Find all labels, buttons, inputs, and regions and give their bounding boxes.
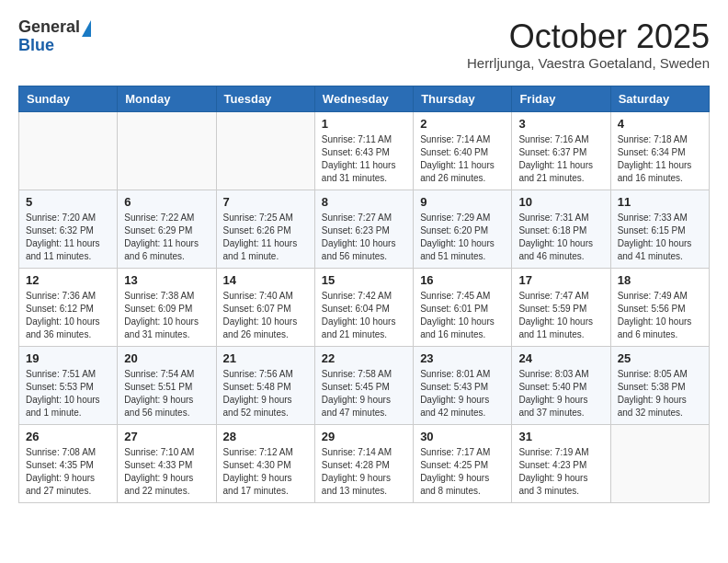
day-info: Sunrise: 7:42 AMSunset: 6:04 PMDaylight:… <box>322 290 406 341</box>
day-number: 30 <box>420 430 505 443</box>
calendar-cell <box>19 111 118 190</box>
calendar-cell: 20Sunrise: 7:54 AMSunset: 5:51 PMDayligh… <box>118 346 216 424</box>
day-info: Sunrise: 7:08 AMSunset: 4:35 PMDaylight:… <box>26 446 110 498</box>
calendar-cell: 30Sunrise: 7:17 AMSunset: 4:25 PMDayligh… <box>414 424 512 502</box>
weekday-header-thursday: Thursday <box>414 86 512 111</box>
calendar-cell: 26Sunrise: 7:08 AMSunset: 4:35 PMDayligh… <box>19 424 118 502</box>
day-number: 6 <box>124 195 209 209</box>
calendar-cell: 2Sunrise: 7:14 AMSunset: 6:40 PMDaylight… <box>414 111 512 190</box>
day-info: Sunrise: 7:51 AMSunset: 5:53 PMDaylight:… <box>26 368 110 419</box>
day-number: 9 <box>420 195 505 209</box>
calendar-cell: 10Sunrise: 7:31 AMSunset: 6:18 PMDayligh… <box>512 190 610 268</box>
calendar-cell: 16Sunrise: 7:45 AMSunset: 6:01 PMDayligh… <box>414 268 512 346</box>
day-info: Sunrise: 7:22 AMSunset: 6:29 PMDaylight:… <box>124 212 209 263</box>
day-info: Sunrise: 7:33 AMSunset: 6:15 PMDaylight:… <box>618 212 702 263</box>
calendar-cell: 21Sunrise: 7:56 AMSunset: 5:48 PMDayligh… <box>216 346 314 424</box>
logo-blue: Blue <box>18 36 54 54</box>
day-number: 24 <box>518 351 603 365</box>
calendar-cell: 15Sunrise: 7:42 AMSunset: 6:04 PMDayligh… <box>314 268 413 346</box>
day-number: 8 <box>322 195 406 209</box>
weekday-header-sunday: Sunday <box>19 86 118 111</box>
weekday-header-monday: Monday <box>118 86 216 111</box>
calendar-cell: 3Sunrise: 7:16 AMSunset: 6:37 PMDaylight… <box>512 111 610 190</box>
day-number: 21 <box>223 351 308 365</box>
weekday-header-tuesday: Tuesday <box>216 86 314 111</box>
calendar-cell: 23Sunrise: 8:01 AMSunset: 5:43 PMDayligh… <box>414 346 512 424</box>
calendar-cell: 27Sunrise: 7:10 AMSunset: 4:33 PMDayligh… <box>118 424 216 502</box>
page-header: General Blue October 2025 Herrljunga, Va… <box>18 18 710 71</box>
calendar-cell <box>216 111 314 190</box>
day-number: 16 <box>420 273 505 287</box>
calendar-cell: 1Sunrise: 7:11 AMSunset: 6:43 PMDaylight… <box>314 111 413 190</box>
calendar-cell: 4Sunrise: 7:18 AMSunset: 6:34 PMDaylight… <box>610 111 709 190</box>
calendar-cell <box>610 424 709 502</box>
day-number: 15 <box>322 273 406 287</box>
calendar-week-1: 1Sunrise: 7:11 AMSunset: 6:43 PMDaylight… <box>19 111 710 190</box>
day-info: Sunrise: 7:58 AMSunset: 5:45 PMDaylight:… <box>322 368 406 419</box>
day-number: 23 <box>420 351 505 365</box>
calendar-cell: 11Sunrise: 7:33 AMSunset: 6:15 PMDayligh… <box>610 190 709 268</box>
day-info: Sunrise: 7:38 AMSunset: 6:09 PMDaylight:… <box>124 290 209 341</box>
day-number: 11 <box>618 195 702 209</box>
calendar-cell: 28Sunrise: 7:12 AMSunset: 4:30 PMDayligh… <box>216 424 314 502</box>
day-number: 29 <box>322 430 406 443</box>
calendar-cell: 7Sunrise: 7:25 AMSunset: 6:26 PMDaylight… <box>216 190 314 268</box>
calendar-cell: 5Sunrise: 7:20 AMSunset: 6:32 PMDaylight… <box>19 190 118 268</box>
weekday-header-friday: Friday <box>512 86 610 111</box>
day-info: Sunrise: 7:40 AMSunset: 6:07 PMDaylight:… <box>223 290 308 341</box>
calendar-cell: 12Sunrise: 7:36 AMSunset: 6:12 PMDayligh… <box>19 268 118 346</box>
day-info: Sunrise: 7:11 AMSunset: 6:43 PMDaylight:… <box>322 133 406 185</box>
logo: General Blue <box>18 18 91 55</box>
day-info: Sunrise: 7:47 AMSunset: 5:59 PMDaylight:… <box>518 290 603 341</box>
day-info: Sunrise: 8:03 AMSunset: 5:40 PMDaylight:… <box>518 368 603 419</box>
calendar-cell: 13Sunrise: 7:38 AMSunset: 6:09 PMDayligh… <box>118 268 216 346</box>
day-number: 18 <box>618 273 702 287</box>
day-number: 7 <box>223 195 308 209</box>
day-info: Sunrise: 7:10 AMSunset: 4:33 PMDaylight:… <box>124 446 209 498</box>
calendar-cell: 19Sunrise: 7:51 AMSunset: 5:53 PMDayligh… <box>19 346 118 424</box>
day-info: Sunrise: 7:36 AMSunset: 6:12 PMDaylight:… <box>26 290 110 341</box>
day-number: 26 <box>26 430 110 443</box>
weekday-header-wednesday: Wednesday <box>314 86 413 111</box>
day-number: 28 <box>223 430 308 443</box>
calendar-cell: 31Sunrise: 7:19 AMSunset: 4:23 PMDayligh… <box>512 424 610 502</box>
month-title: October 2025 <box>467 18 710 55</box>
day-info: Sunrise: 7:12 AMSunset: 4:30 PMDaylight:… <box>223 446 308 498</box>
day-info: Sunrise: 8:01 AMSunset: 5:43 PMDaylight:… <box>420 368 505 419</box>
calendar-cell: 17Sunrise: 7:47 AMSunset: 5:59 PMDayligh… <box>512 268 610 346</box>
calendar-cell: 25Sunrise: 8:05 AMSunset: 5:38 PMDayligh… <box>610 346 709 424</box>
day-number: 22 <box>322 351 406 365</box>
day-info: Sunrise: 7:19 AMSunset: 4:23 PMDaylight:… <box>518 446 603 498</box>
day-info: Sunrise: 7:16 AMSunset: 6:37 PMDaylight:… <box>518 133 603 185</box>
weekday-header-row: SundayMondayTuesdayWednesdayThursdayFrid… <box>19 86 710 111</box>
day-number: 4 <box>618 117 702 131</box>
day-info: Sunrise: 7:25 AMSunset: 6:26 PMDaylight:… <box>223 212 308 263</box>
day-number: 2 <box>420 117 505 131</box>
day-info: Sunrise: 7:56 AMSunset: 5:48 PMDaylight:… <box>223 368 308 419</box>
calendar-cell: 29Sunrise: 7:14 AMSunset: 4:28 PMDayligh… <box>314 424 413 502</box>
calendar-cell: 6Sunrise: 7:22 AMSunset: 6:29 PMDaylight… <box>118 190 216 268</box>
calendar-cell: 14Sunrise: 7:40 AMSunset: 6:07 PMDayligh… <box>216 268 314 346</box>
day-info: Sunrise: 7:14 AMSunset: 4:28 PMDaylight:… <box>322 446 406 498</box>
day-info: Sunrise: 7:14 AMSunset: 6:40 PMDaylight:… <box>420 133 505 185</box>
calendar-cell: 18Sunrise: 7:49 AMSunset: 5:56 PMDayligh… <box>610 268 709 346</box>
logo-general: General <box>18 18 80 37</box>
calendar-week-3: 12Sunrise: 7:36 AMSunset: 6:12 PMDayligh… <box>19 268 710 346</box>
day-info: Sunrise: 7:17 AMSunset: 4:25 PMDaylight:… <box>420 446 505 498</box>
day-number: 13 <box>124 273 209 287</box>
day-info: Sunrise: 7:27 AMSunset: 6:23 PMDaylight:… <box>322 212 406 263</box>
day-info: Sunrise: 7:54 AMSunset: 5:51 PMDaylight:… <box>124 368 209 419</box>
calendar-table: SundayMondayTuesdayWednesdayThursdayFrid… <box>18 86 710 503</box>
location: Herrljunga, Vaestra Goetaland, Sweden <box>467 55 710 71</box>
day-number: 25 <box>618 351 702 365</box>
day-info: Sunrise: 7:29 AMSunset: 6:20 PMDaylight:… <box>420 212 505 263</box>
logo-triangle-icon <box>82 20 91 37</box>
title-block: October 2025 Herrljunga, Vaestra Goetala… <box>467 18 710 71</box>
calendar-cell: 8Sunrise: 7:27 AMSunset: 6:23 PMDaylight… <box>314 190 413 268</box>
calendar-cell <box>118 111 216 190</box>
day-number: 10 <box>518 195 603 209</box>
day-number: 31 <box>518 430 603 443</box>
day-info: Sunrise: 8:05 AMSunset: 5:38 PMDaylight:… <box>618 368 702 419</box>
day-number: 27 <box>124 430 209 443</box>
weekday-header-saturday: Saturday <box>610 86 709 111</box>
